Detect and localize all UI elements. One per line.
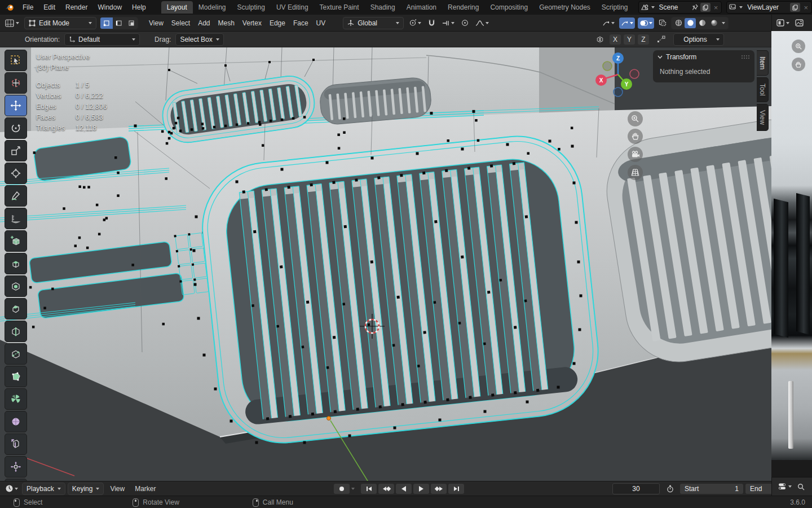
show-gizmos-button[interactable] xyxy=(601,17,616,29)
menu-window[interactable]: Window xyxy=(92,3,127,11)
scene-selector[interactable]: Scene × xyxy=(638,1,722,14)
stopwatch-icon[interactable] xyxy=(662,484,678,494)
axis-gizmo[interactable]: Z X Y xyxy=(593,51,643,100)
tab-compositing[interactable]: Compositing xyxy=(484,1,533,14)
scene-name[interactable]: Scene xyxy=(657,3,690,11)
orientation-dropdown[interactable]: Global xyxy=(343,17,404,29)
tab-texture-paint[interactable]: Texture Paint xyxy=(314,1,365,14)
tool-add-cube-button[interactable] xyxy=(5,230,27,252)
properties-editor-icon[interactable] xyxy=(776,481,793,492)
material-preview-icon[interactable] xyxy=(696,18,708,28)
tool-extrude-region-button[interactable] xyxy=(5,253,27,274)
proportional-editing-icon[interactable] xyxy=(460,17,470,29)
menu-help[interactable]: Help xyxy=(127,3,151,11)
close-icon[interactable]: × xyxy=(713,3,720,12)
menu-select[interactable]: Select xyxy=(167,19,194,27)
collapse-chevron-icon[interactable] xyxy=(657,55,663,59)
mirror-z-button[interactable]: Z xyxy=(638,34,649,45)
viewlayer-selector[interactable]: ViewLayer × xyxy=(726,1,812,14)
menu-view[interactable]: View xyxy=(145,19,167,27)
tab-shading[interactable]: Shading xyxy=(365,1,401,14)
snap-settings-button[interactable] xyxy=(440,17,456,29)
menu-file[interactable]: File xyxy=(17,3,38,11)
camera-view-button[interactable] xyxy=(628,147,643,162)
jump-to-end-button[interactable] xyxy=(448,484,464,494)
tool-smooth-button[interactable] xyxy=(5,411,27,432)
menu-marker[interactable]: Marker xyxy=(131,485,160,493)
tool-bevel-button[interactable] xyxy=(5,298,27,319)
close-icon[interactable]: × xyxy=(802,3,809,12)
image-icon[interactable] xyxy=(793,17,805,29)
playback-dropdown[interactable]: Playback xyxy=(22,483,65,495)
blender-logo-icon[interactable] xyxy=(3,2,16,13)
tool-shrink-fatten-button[interactable] xyxy=(5,456,27,478)
pin-icon[interactable] xyxy=(692,4,698,11)
keying-dropdown[interactable]: Keying xyxy=(68,483,104,495)
tool-spin-button[interactable] xyxy=(5,388,27,410)
panel-grip-icon[interactable] xyxy=(742,55,750,59)
tab-scripting[interactable]: Scripting xyxy=(596,1,634,14)
rendered-shading-icon[interactable] xyxy=(708,18,720,28)
jump-to-start-button[interactable] xyxy=(361,484,377,494)
tool-rotate-button[interactable] xyxy=(5,117,27,139)
menu-render[interactable]: Render xyxy=(60,3,92,11)
tab-uv-editing[interactable]: UV Editing xyxy=(271,1,314,14)
tool-inset-faces-button[interactable] xyxy=(5,275,27,297)
tab-geometry-nodes[interactable]: Geometry Nodes xyxy=(533,1,596,14)
menu-mesh[interactable]: Mesh xyxy=(214,19,239,27)
mode-dropdown[interactable]: Edit Mode xyxy=(24,17,96,29)
reference-image[interactable] xyxy=(771,31,812,460)
new-scene-icon[interactable] xyxy=(700,3,710,12)
search-icon[interactable] xyxy=(796,481,806,492)
snap-base-icon[interactable] xyxy=(655,34,667,45)
wireframe-shading-icon[interactable] xyxy=(673,18,684,28)
menu-vertex[interactable]: Vertex xyxy=(239,19,266,27)
gizmo-toggle-button[interactable] xyxy=(619,17,635,29)
tool-cursor-button[interactable] xyxy=(5,72,27,94)
transform-panel-title[interactable]: Transform xyxy=(666,53,696,61)
auto-keying-record-button[interactable] xyxy=(334,484,350,494)
overlays-toggle-button[interactable] xyxy=(638,17,654,29)
xray-toggle-button[interactable] xyxy=(657,17,668,29)
tab-tool[interactable]: Tool xyxy=(757,77,769,102)
tool-measure-button[interactable] xyxy=(5,208,27,229)
menu-add[interactable]: Add xyxy=(194,19,214,27)
tab-sculpting[interactable]: Sculpting xyxy=(232,1,271,14)
tool-poly-build-button[interactable] xyxy=(5,366,27,387)
orientation-default-dropdown[interactable]: Default xyxy=(64,33,140,46)
current-frame-field[interactable]: 30 xyxy=(612,483,660,494)
orthographic-toggle-button[interactable] xyxy=(628,165,643,180)
tool-loop-cut-button[interactable] xyxy=(5,321,27,342)
navigation-gizmo[interactable]: Z X Y xyxy=(593,51,643,102)
zoom-button[interactable] xyxy=(792,40,805,53)
viewlayer-name[interactable]: ViewLayer xyxy=(745,3,788,11)
start-frame-field[interactable]: Start1 xyxy=(680,484,743,494)
solid-shading-icon[interactable] xyxy=(685,18,696,28)
tool-knife-button[interactable] xyxy=(5,343,27,365)
tab-modeling[interactable]: Modeling xyxy=(193,1,232,14)
pivot-point-button[interactable] xyxy=(407,17,423,29)
tool-annotate-button[interactable] xyxy=(5,185,27,207)
tab-layout[interactable]: Layout xyxy=(161,1,193,14)
options-dropdown[interactable]: Options xyxy=(673,33,724,46)
auto-keying-options-icon[interactable] xyxy=(351,488,355,490)
play-reverse-button[interactable] xyxy=(396,484,412,494)
edge-select-icon[interactable] xyxy=(113,17,125,29)
tool-scale-button[interactable] xyxy=(5,140,27,161)
vertex-select-icon[interactable] xyxy=(100,17,113,29)
pan-hand-button[interactable] xyxy=(792,58,805,71)
tab-view[interactable]: View xyxy=(757,104,769,131)
pan-hand-button[interactable] xyxy=(628,129,643,144)
3d-viewport[interactable]: User Perspective (30) Plane Objects1 / 5… xyxy=(0,47,771,481)
tool-select-box-button[interactable] xyxy=(5,50,27,71)
tool-edge-slide-button[interactable] xyxy=(5,433,27,455)
editor-type-button[interactable] xyxy=(3,17,21,29)
previous-keyframe-button[interactable] xyxy=(378,484,394,494)
menu-view-timeline[interactable]: View xyxy=(106,485,129,493)
zoom-button[interactable] xyxy=(628,111,643,126)
next-keyframe-button[interactable] xyxy=(431,484,447,494)
editor-type-button[interactable] xyxy=(775,17,791,29)
drag-mode-dropdown[interactable]: Select Box xyxy=(175,33,223,46)
tab-animation[interactable]: Animation xyxy=(401,1,442,14)
mirror-y-button[interactable]: Y xyxy=(624,34,635,45)
